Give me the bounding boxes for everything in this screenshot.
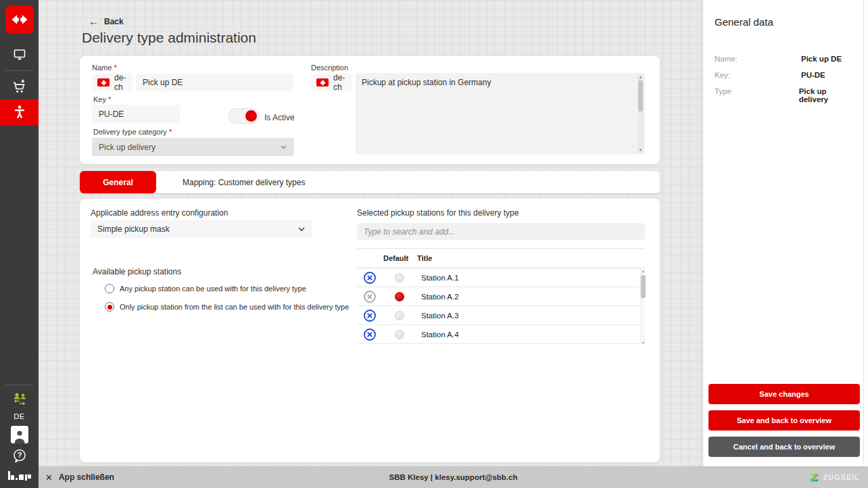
address-config-label: Applicable address entry configuration [91,208,228,218]
description-text: Pickup at pickup station in Germany [362,78,491,87]
category-label: Delivery type category * [93,128,172,136]
panel-field-key: Key: PU-DE [715,71,857,79]
back-button[interactable]: ← Back [89,16,124,27]
back-arrow-icon: ← [89,16,99,27]
stations-table: Default Title Station A.1Station A.2Stat… [357,248,645,344]
column-default: Default [383,254,417,262]
chevron-down-icon [297,225,306,233]
sidebar-help[interactable]: ? [0,446,39,466]
cancel-and-back-button[interactable]: Cancel and back to overview [708,437,860,457]
save-and-back-button[interactable]: Save and back to overview [708,410,860,431]
stations-table-header: Default Title [357,248,645,268]
selected-stations-label: Selected pickup stations for this delive… [357,208,519,218]
cart-add-icon [11,78,28,95]
monitor-icon [11,47,28,63]
description-language-chip: de-ch [311,74,352,91]
sidebar-item-delivery-types[interactable] [0,99,39,125]
bp-logo-icon [0,466,39,484]
key-input[interactable] [92,105,180,123]
description-language-code: de-ch [333,73,346,92]
zugseil-brand: ZUGSEIL [809,472,860,483]
sidebar-divider-bottom [5,385,33,385]
radio-circle-icon [105,302,114,312]
sbb-logo-icon[interactable] [5,5,34,34]
table-row: Station A.4 [357,325,645,344]
panel-scrollbar[interactable] [863,0,868,466]
double-arrow-icon [11,11,28,28]
general-data-panel: General data Name: Pick up DE Key: PU-DE… [703,0,868,466]
table-row: Station A.3 [357,306,645,325]
station-search-input[interactable] [357,223,645,240]
table-row: Station A.2 [357,287,645,306]
description-label: Description [311,64,348,72]
default-radio[interactable] [395,292,404,301]
accessibility-person-icon [11,104,28,120]
tab-bar: General Mapping: Customer delivery types [80,171,660,193]
stations-table-body: Station A.1Station A.2Station A.3Station… [357,268,645,344]
remove-station-icon[interactable] [363,309,377,322]
station-title: Station A.3 [421,312,459,320]
description-scrollbar[interactable]: ▲ ▼ [637,74,644,153]
stations-scrollbar[interactable]: ▲▼ [640,269,645,345]
remove-station-icon[interactable] [363,328,377,341]
sidebar-item-cart-add[interactable] [0,74,39,99]
remove-station-icon[interactable] [363,290,377,303]
tab-general[interactable]: General [80,171,156,193]
remove-station-icon[interactable] [363,271,377,285]
save-changes-button[interactable]: Save changes [708,384,860,404]
panel-field-name: Name: Pick up DE [715,55,857,63]
zugseil-wordmark: ZUGSEIL [823,473,860,481]
sidebar-item-monitor[interactable] [0,42,39,68]
users-switch-icon [11,391,28,407]
radio-only-list-stations[interactable]: Only pickup station from the list can be… [105,302,349,312]
form-card: Name * de-ch Key * Is Active Delivery ty… [80,56,660,164]
panel-field-type: Type Pick up delivery [715,87,857,103]
back-label: Back [104,17,124,26]
default-radio[interactable] [395,330,404,339]
general-tab-panel: Applicable address entry configuration S… [80,199,660,462]
column-title: Title [417,254,432,262]
table-row: Station A.1 [357,268,645,287]
sidebar-avatar[interactable] [0,423,39,446]
default-radio[interactable] [395,273,404,283]
language-indicator[interactable]: DE [14,410,24,423]
toggle-knob [245,110,257,122]
station-title: Station A.2 [421,293,459,301]
panel-title: General data [715,16,773,28]
name-label: Name * [92,64,117,72]
address-config-select[interactable]: Simple pickup mask [91,220,312,238]
user-info: SBB Klesy | klesy.support@sbb.ch [39,473,868,481]
name-language-chip: de-ch [92,74,132,91]
key-label: Key * [93,95,111,103]
default-radio[interactable] [395,311,404,320]
available-stations-label: Available pickup stations [93,267,181,276]
sidebar: DE ? [0,0,39,488]
avatar-icon [11,426,28,443]
swiss-flag-icon [316,78,329,87]
page-title: Delivery type administration [82,30,256,46]
is-active-toggle[interactable] [228,108,259,124]
station-title: Station A.1 [421,274,459,282]
station-title: Station A.4 [421,331,459,339]
category-value: Pick up delivery [99,143,155,152]
svg-text:?: ? [17,451,22,459]
tab-mapping-customer-delivery-types[interactable]: Mapping: Customer delivery types [156,171,332,193]
sidebar-divider [5,70,33,71]
address-config-value: Simple pickup mask [97,224,170,234]
is-active-label: Is Active [264,113,295,122]
name-language-code: de-ch [114,73,127,92]
sidebar-item-user-switch[interactable] [0,388,39,410]
radio-circle-icon [105,284,114,293]
category-select: Pick up delivery [92,138,294,156]
description-textarea[interactable]: Pickup at pickup station in Germany ▲ ▼ [356,73,645,154]
chevron-down-icon [280,143,287,151]
name-input[interactable] [136,74,293,91]
swiss-flag-icon [97,78,110,87]
help-icon: ? [12,448,27,464]
radio-any-station[interactable]: Any pickup station can be used with for … [105,284,306,293]
zugseil-z-icon [809,472,819,483]
bottom-bar: ✕ App schließen SBB Klesy | klesy.suppor… [39,466,868,488]
